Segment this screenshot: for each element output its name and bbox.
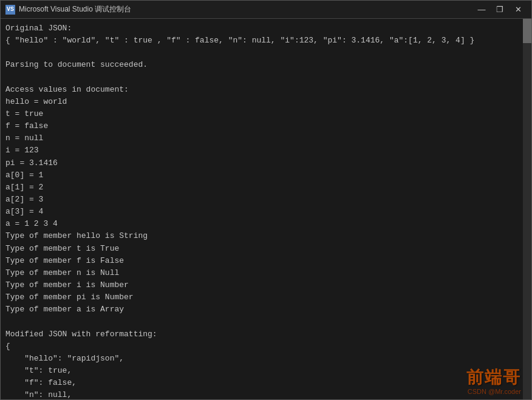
console-output[interactable]: Original JSON: { "hello" : "world", "t" … bbox=[1, 19, 523, 399]
scrollbar[interactable] bbox=[523, 19, 531, 399]
window-title: Microsoft Visual Studio 调试控制台 bbox=[19, 4, 473, 15]
app-icon: VS bbox=[5, 5, 15, 15]
close-button[interactable]: ✕ bbox=[510, 3, 527, 16]
vs-window: VS Microsoft Visual Studio 调试控制台 — ❐ ✕ O… bbox=[0, 0, 532, 400]
title-bar: VS Microsoft Visual Studio 调试控制台 — ❐ ✕ bbox=[1, 1, 531, 19]
restore-button[interactable]: ❐ bbox=[491, 3, 508, 16]
window-controls: — ❐ ✕ bbox=[473, 3, 527, 16]
console-body: Original JSON: { "hello" : "world", "t" … bbox=[1, 19, 531, 399]
scrollbar-thumb[interactable] bbox=[523, 19, 531, 43]
minimize-button[interactable]: — bbox=[473, 3, 490, 16]
